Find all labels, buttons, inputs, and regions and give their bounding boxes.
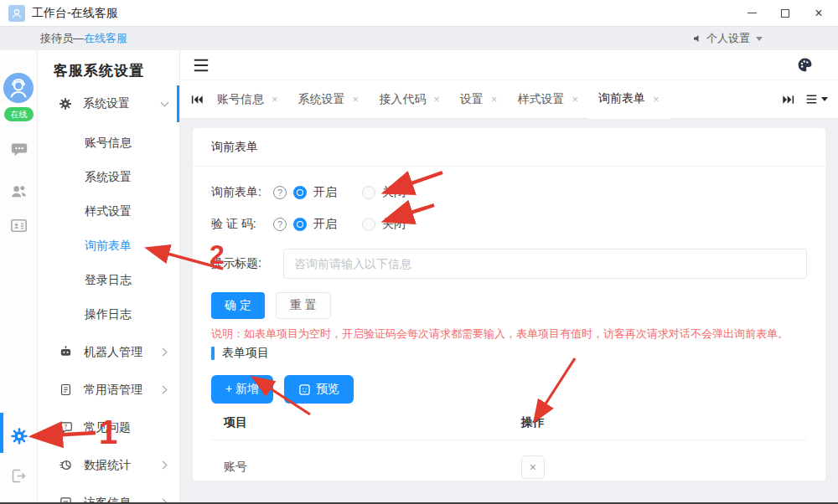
sidebar-item-operation-log[interactable]: 操作日志 (38, 297, 179, 332)
chat-icon[interactable] (9, 139, 28, 158)
help-icon[interactable]: ? (273, 186, 287, 199)
pre-chat-form-label: 询前表单: (211, 185, 272, 200)
topbar: 接待员—在线客服 个人设置 (0, 27, 838, 50)
sidebar-group-common-phrases[interactable]: 常用语管理 (38, 371, 179, 409)
tab-style-settings[interactable]: 样式设置× (507, 80, 588, 118)
confirm-label: 确 定 (225, 298, 251, 313)
minimize-button[interactable] (741, 4, 763, 23)
contact-card-icon[interactable] (9, 216, 28, 235)
visitors-icon[interactable] (9, 182, 28, 201)
tab-list: 账号信息× 系统设置× 接入代码× 设置× 样式设置× 询前表单× (207, 80, 779, 118)
online-status-badge: 在线 (4, 107, 34, 121)
tab-settings[interactable]: 设置× (450, 80, 508, 118)
fold-menu-icon[interactable] (192, 57, 210, 74)
sidebar-group-label: 访客信息 (84, 496, 131, 503)
tab-close-icon[interactable]: × (353, 94, 360, 105)
on-label[interactable]: 开启 (313, 185, 337, 200)
sidebar-group-data-statistics[interactable]: 数据统计 (38, 446, 179, 484)
svg-text:?: ? (65, 423, 68, 430)
chevron-right-icon (159, 348, 168, 357)
theme-palette-icon[interactable] (797, 57, 813, 73)
stats-icon (59, 458, 73, 472)
sidebar-group-system-settings[interactable]: 系统设置 (38, 87, 179, 121)
sidebar-group-robot-management[interactable]: 机器人管理 (38, 333, 179, 371)
settings-gear-icon[interactable] (9, 426, 28, 445)
sidebar-item-faq[interactable]: ? 常见问题 (38, 409, 179, 446)
sidebar-item-pre-chat-form[interactable]: 询前表单 (38, 229, 179, 263)
off-label[interactable]: 关闭 (382, 185, 406, 200)
tab-label: 询前表单 (598, 91, 645, 106)
item-name: 账号 (211, 460, 521, 475)
main-panel: 账号信息× 系统设置× 接入代码× 设置× 样式设置× 询前表单× 询前表单 (180, 50, 838, 502)
pre-chat-form-card: 询前表单 询前表单: ? 开启 关闭 验 证 码: ? (192, 127, 826, 481)
close-button[interactable]: × (808, 4, 830, 23)
form-items-section-title: 表单项目 (222, 346, 269, 361)
preview-button[interactable]: 预览 (284, 375, 354, 404)
scroll-tabs-right-icon[interactable] (779, 90, 799, 110)
tab-close-icon[interactable]: × (272, 94, 278, 105)
prompt-title-label: 提示标题: (211, 256, 283, 271)
sidebar-item-system-settings[interactable]: 系统设置 (38, 160, 179, 194)
captcha-off-radio[interactable] (362, 218, 375, 231)
add-item-button[interactable]: + 新增 (211, 375, 273, 404)
pre-chat-form-off-radio[interactable] (362, 186, 375, 199)
captcha-label: 验 证 码: (211, 217, 272, 232)
column-header-action: 操作 (521, 415, 807, 430)
rail-active-indicator (0, 413, 3, 453)
sidebar-item-style-settings[interactable]: 样式设置 (38, 194, 179, 229)
chevron-right-icon (159, 461, 168, 470)
tab-label: 账号信息 (217, 92, 264, 107)
tab-options-menu-icon[interactable] (805, 94, 828, 105)
tab-close-icon[interactable]: × (653, 94, 660, 105)
sidebar-item-login-log[interactable]: 登录日志 (38, 263, 179, 297)
maximize-button[interactable] (774, 4, 796, 23)
card-title: 询前表单 (193, 128, 825, 167)
agent-avatar[interactable] (3, 73, 34, 103)
off-label[interactable]: 关闭 (382, 217, 406, 232)
prompt-title-input[interactable] (283, 249, 807, 279)
visitor-icon (59, 496, 73, 502)
on-label[interactable]: 开启 (313, 217, 337, 232)
tab-close-icon[interactable]: × (491, 94, 498, 105)
help-icon[interactable]: ? (273, 218, 287, 231)
tab-close-icon[interactable]: × (433, 94, 440, 105)
sidebar-group-visitor-info[interactable]: 访客信息 (38, 484, 179, 502)
window-title: 工作台-在线客服 (32, 6, 118, 21)
icon-rail: 在线 (0, 50, 38, 502)
pre-chat-form-on-radio[interactable] (293, 186, 307, 199)
tab-pre-chat-form[interactable]: 询前表单× (588, 81, 670, 119)
faq-icon: ? (59, 420, 73, 435)
tab-label: 样式设置 (517, 92, 564, 107)
online-service-link[interactable]: 在线客服 (84, 31, 127, 46)
tab-close-icon[interactable]: × (572, 94, 578, 105)
captcha-on-radio[interactable] (293, 218, 307, 231)
tab-access-code[interactable]: 接入代码× (369, 80, 450, 118)
preview-label: 预览 (316, 382, 339, 397)
sidebar-item-label: 询前表单 (85, 239, 132, 254)
confirm-button[interactable]: 确 定 (211, 292, 265, 319)
chevron-right-icon (159, 386, 168, 394)
sidebar-group-label: 系统设置 (83, 96, 130, 111)
main-header (180, 50, 838, 80)
tab-label: 接入代码 (379, 92, 426, 107)
tab-system-settings[interactable]: 系统设置× (288, 80, 370, 118)
reset-button[interactable]: 重 置 (276, 292, 331, 319)
sidebar-group-label: 数据统计 (84, 458, 131, 473)
content-area: 询前表单 询前表单: ? 开启 关闭 验 证 码: ? (180, 119, 838, 502)
scroll-tabs-left-icon[interactable] (187, 90, 207, 110)
app-window: 工作台-在线客服 × 接待员—在线客服 个人设置 在线 (0, 0, 838, 504)
personal-settings-menu[interactable]: 个人设置 (692, 31, 763, 46)
sidebar-item-account-info[interactable]: 账号信息 (38, 126, 179, 160)
settings-sidebar: 客服系统设置 系统设置 账号信息 系统设置 样式设置 询前表单 登录日志 操作日… (38, 50, 180, 502)
tab-label: 设置 (460, 92, 484, 107)
delete-item-button[interactable]: × (521, 455, 545, 479)
app-logo-icon (8, 5, 25, 22)
logout-icon[interactable] (9, 466, 28, 486)
caret-down-icon (756, 37, 763, 41)
sidebar-title: 客服系统设置 (38, 50, 179, 80)
personal-settings-label: 个人设置 (706, 31, 750, 46)
chevron-down-icon (161, 99, 169, 107)
sidebar-item-label: 样式设置 (85, 204, 132, 219)
section-accent-bar (211, 347, 215, 360)
tab-account-info[interactable]: 账号信息× (207, 80, 288, 118)
